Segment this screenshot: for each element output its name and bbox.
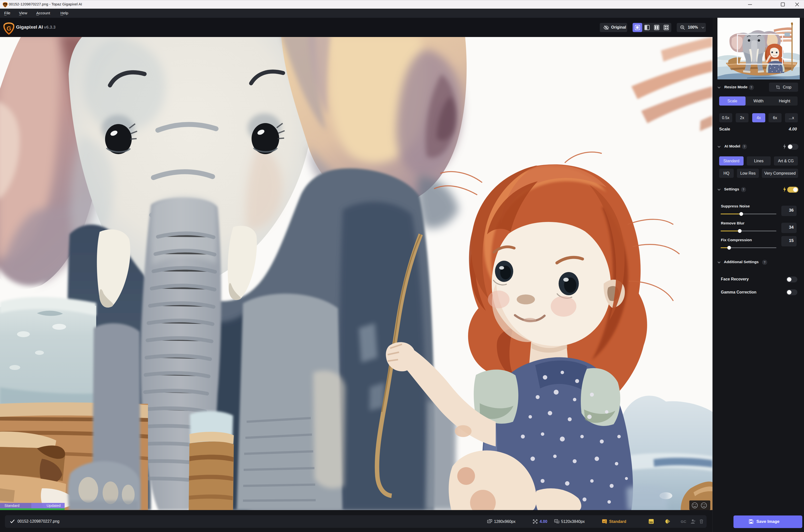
svg-text:G: G <box>4 3 6 7</box>
svg-text:G: G <box>7 25 11 32</box>
